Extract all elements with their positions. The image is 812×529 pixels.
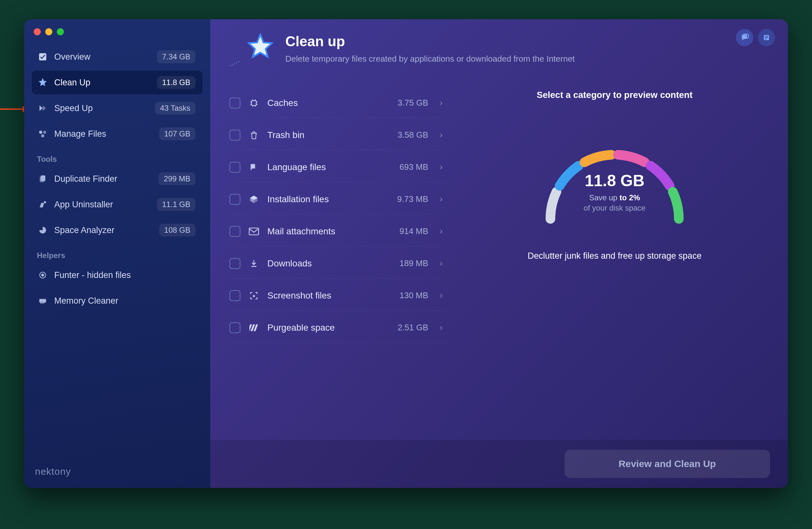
review-clean-up-button[interactable]: Review and Clean Up [565,450,770,478]
category-row[interactable]: Screenshot files130 MB› [228,281,447,311]
sidebar-item-label: Duplicate Finder [54,174,153,184]
gauge: 11.8 GB Save up to 2% of your disk space [531,135,698,225]
sidebar-item-label: Memory Cleaner [54,296,195,306]
mail-icon [247,225,260,238]
content-area: Caches3.75 GB›Trash bin3.58 GB›Language … [210,82,788,440]
sidebar-item-funter[interactable]: Funter - hidden files [32,263,203,287]
chevron-right-icon: › [440,130,443,140]
sidebar-item-badge: 108 GB [159,224,195,237]
chevron-right-icon: › [440,323,443,332]
zoom-window-button[interactable] [57,28,64,35]
svg-point-8 [42,274,44,276]
category-label: Screenshot files [267,290,382,301]
category-row[interactable]: Downloads189 MB› [228,248,447,278]
svg-rect-9 [40,299,46,303]
package-icon [247,193,260,206]
overview-icon [37,51,48,62]
category-size: 130 MB [390,290,428,300]
trash-icon [247,129,260,142]
category-checkbox[interactable] [230,194,241,205]
page-subtitle: Delete temporary files created by applic… [285,54,575,64]
app-uninstaller-icon [37,199,48,210]
svg-rect-11 [42,303,43,304]
close-window-button[interactable] [34,28,41,35]
sidebar-item-speed-up[interactable]: Speed Up 43 Tasks [32,96,203,120]
chevron-right-icon: › [440,226,443,236]
category-label: Downloads [267,258,382,269]
category-row[interactable]: Language files693 MB› [228,152,447,182]
chevron-right-icon: › [440,290,443,300]
category-checkbox[interactable] [230,258,241,269]
category-row[interactable]: Installation files9.73 MB› [228,184,447,214]
category-checkbox[interactable] [230,290,241,301]
flag-icon [247,161,260,174]
sidebar-item-label: Overview [54,52,151,62]
category-label: Purgeable space [267,323,382,333]
sidebar-item-badge: 11.1 GB [157,198,195,211]
svg-rect-12 [43,303,44,304]
svg-rect-14 [765,36,768,37]
sidebar-item-app-uninstaller[interactable]: App Uninstaller 11.1 GB [32,192,203,216]
news-button[interactable] [758,29,775,46]
sidebar-item-badge: 7.34 GB [157,51,195,63]
main-panel: · · · · · Clean up Delete temporary file… [210,19,788,488]
gauge-line2: of your disk space [583,203,646,213]
category-size: 3.58 GB [390,130,428,140]
chevron-right-icon: › [440,98,443,108]
sidebar-item-duplicate-finder[interactable]: Duplicate Finder 299 MB [32,167,203,191]
brand-label: nektony [32,466,203,479]
category-row[interactable]: Mail attachments914 MB› [228,216,447,246]
sidebar-item-label: Funter - hidden files [54,270,195,280]
category-label: Installation files [267,194,382,204]
category-size: 189 MB [390,258,428,268]
svg-point-3 [41,134,44,138]
category-checkbox[interactable] [230,130,241,141]
category-checkbox[interactable] [230,322,241,333]
star-trail-icon: · · · · · [227,57,241,70]
category-size: 9.73 MB [390,194,428,204]
chat-button[interactable] [736,29,753,46]
svg-point-2 [43,131,46,134]
memory-cleaner-icon [37,295,48,306]
category-row[interactable]: Caches3.75 GB› [228,88,447,118]
minimize-window-button[interactable] [45,28,52,35]
gauge-value: 11.8 GB [583,171,646,190]
download-icon [247,257,260,270]
svg-rect-17 [252,100,257,105]
sidebar-item-manage-files[interactable]: Manage Files 107 GB [32,122,203,146]
svg-point-6 [44,201,46,203]
sidebar-section-helpers: Helpers [32,244,203,263]
stripes-icon [247,321,260,334]
category-row[interactable]: Purgeable space2.51 GB› [228,313,447,343]
category-size: 914 MB [390,226,428,236]
category-checkbox[interactable] [230,98,241,109]
category-row[interactable]: Trash bin3.58 GB› [228,120,447,150]
category-checkbox[interactable] [230,226,241,237]
svg-rect-15 [765,37,768,38]
funter-icon [37,269,48,281]
pointer-arrow [0,106,28,112]
category-label: Trash bin [267,130,382,140]
app-window: Overview 7.34 GB Clean Up 11.8 GB Speed … [24,19,788,488]
sidebar-item-label: Speed Up [54,103,149,113]
preview-title: Select a category to preview content [537,90,693,100]
space-analyzer-icon [37,224,48,236]
sidebar-item-overview[interactable]: Overview 7.34 GB [32,45,203,69]
sidebar-item-badge: 107 GB [159,127,195,140]
svg-rect-5 [40,176,44,182]
category-size: 693 MB [390,162,428,172]
svg-rect-18 [249,228,258,235]
category-checkbox[interactable] [230,162,241,173]
category-label: Language files [267,162,382,172]
sidebar-item-memory-cleaner[interactable]: Memory Cleaner [32,289,203,313]
chevron-right-icon: › [440,194,443,204]
sidebar-item-space-analyzer[interactable]: Space Analyzer 108 GB [32,218,203,242]
sidebar-item-clean-up[interactable]: Clean Up 11.8 GB [32,71,203,95]
duplicate-finder-icon [37,173,48,185]
chevron-right-icon: › [440,162,443,172]
sidebar-item-label: Manage Files [54,129,154,139]
preview-subtitle: Declutter junk files and free up storage… [528,251,701,261]
top-actions [736,29,775,46]
sidebar-item-label: App Uninstaller [54,200,151,210]
speed-up-icon [37,102,48,114]
